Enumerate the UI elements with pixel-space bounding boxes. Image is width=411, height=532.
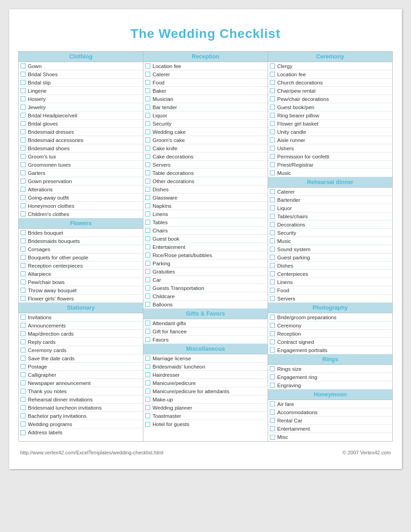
checkbox-icon[interactable] (21, 179, 26, 184)
checkbox-icon[interactable] (21, 137, 26, 142)
checkbox-icon[interactable] (270, 88, 275, 93)
checkbox-icon[interactable] (21, 203, 26, 208)
checkbox-icon[interactable] (21, 279, 26, 284)
checkbox-icon[interactable] (270, 279, 275, 284)
checkbox-icon[interactable] (145, 88, 150, 93)
checkbox-icon[interactable] (270, 205, 275, 211)
checkbox-icon[interactable] (145, 405, 150, 410)
checkbox-icon[interactable] (21, 195, 26, 200)
checkbox-icon[interactable] (21, 255, 26, 260)
checkbox-icon[interactable] (21, 211, 26, 216)
checkbox-icon[interactable] (145, 63, 150, 68)
checkbox-icon[interactable] (145, 277, 150, 282)
checkbox-icon[interactable] (145, 220, 150, 225)
checkbox-icon[interactable] (270, 238, 275, 243)
checkbox-icon[interactable] (145, 195, 150, 200)
checkbox-icon[interactable] (145, 129, 150, 134)
checkbox-icon[interactable] (21, 372, 26, 377)
checkbox-icon[interactable] (21, 296, 26, 301)
checkbox-icon[interactable] (21, 430, 26, 435)
checkbox-icon[interactable] (270, 129, 275, 134)
checkbox-icon[interactable] (145, 146, 150, 151)
checkbox-icon[interactable] (145, 261, 150, 266)
checkbox-icon[interactable] (21, 413, 26, 418)
checkbox-icon[interactable] (145, 294, 150, 299)
checkbox-icon[interactable] (145, 105, 150, 110)
checkbox-icon[interactable] (145, 389, 150, 394)
checkbox-icon[interactable] (21, 72, 26, 77)
checkbox-icon[interactable] (145, 72, 150, 77)
checkbox-icon[interactable] (270, 296, 275, 301)
checkbox-icon[interactable] (21, 105, 26, 110)
checkbox-icon[interactable] (270, 426, 275, 431)
checkbox-icon[interactable] (21, 113, 26, 118)
checkbox-icon[interactable] (270, 323, 275, 328)
checkbox-icon[interactable] (270, 247, 275, 252)
checkbox-icon[interactable] (270, 80, 275, 85)
checkbox-icon[interactable] (21, 154, 26, 159)
checkbox-icon[interactable] (21, 271, 26, 276)
checkbox-icon[interactable] (21, 170, 26, 175)
checkbox-icon[interactable] (270, 154, 275, 159)
checkbox-icon[interactable] (21, 63, 26, 68)
checkbox-icon[interactable] (21, 356, 26, 361)
checkbox-icon[interactable] (145, 162, 150, 167)
checkbox-icon[interactable] (270, 418, 275, 423)
checkbox-icon[interactable] (21, 364, 26, 369)
checkbox-icon[interactable] (21, 146, 26, 151)
checkbox-icon[interactable] (145, 228, 150, 233)
checkbox-icon[interactable] (145, 285, 150, 290)
checkbox-icon[interactable] (21, 121, 26, 126)
checkbox-icon[interactable] (145, 187, 150, 192)
checkbox-icon[interactable] (270, 146, 275, 151)
checkbox-icon[interactable] (145, 380, 150, 385)
checkbox-icon[interactable] (145, 337, 150, 342)
checkbox-icon[interactable] (21, 339, 26, 344)
checkbox-icon[interactable] (270, 189, 275, 194)
checkbox-icon[interactable] (270, 72, 275, 77)
checkbox-icon[interactable] (21, 187, 26, 192)
checkbox-icon[interactable] (21, 389, 26, 394)
checkbox-icon[interactable] (145, 253, 150, 258)
checkbox-icon[interactable] (270, 63, 275, 68)
checkbox-icon[interactable] (145, 80, 150, 85)
checkbox-icon[interactable] (145, 269, 150, 274)
checkbox-icon[interactable] (270, 271, 275, 276)
checkbox-icon[interactable] (270, 121, 275, 126)
checkbox-icon[interactable] (21, 380, 26, 385)
checkbox-icon[interactable] (145, 422, 150, 427)
checkbox-icon[interactable] (21, 247, 26, 252)
checkbox-icon[interactable] (145, 113, 150, 118)
checkbox-icon[interactable] (145, 364, 150, 369)
checkbox-icon[interactable] (21, 129, 26, 134)
checkbox-icon[interactable] (145, 244, 150, 249)
checkbox-icon[interactable] (270, 410, 275, 415)
checkbox-icon[interactable] (21, 88, 26, 93)
checkbox-icon[interactable] (145, 397, 150, 402)
checkbox-icon[interactable] (21, 80, 26, 85)
checkbox-icon[interactable] (270, 255, 275, 260)
checkbox-icon[interactable] (21, 96, 26, 101)
checkbox-icon[interactable] (270, 374, 275, 379)
checkbox-icon[interactable] (21, 238, 26, 243)
checkbox-icon[interactable] (270, 162, 275, 167)
checkbox-icon[interactable] (21, 263, 26, 268)
checkbox-icon[interactable] (145, 154, 150, 159)
checkbox-icon[interactable] (21, 162, 26, 167)
checkbox-icon[interactable] (21, 230, 26, 235)
checkbox-icon[interactable] (270, 105, 275, 110)
checkbox-icon[interactable] (145, 121, 150, 126)
checkbox-icon[interactable] (270, 401, 275, 406)
checkbox-icon[interactable] (21, 421, 26, 427)
checkbox-icon[interactable] (270, 288, 275, 293)
checkbox-icon[interactable] (270, 263, 275, 268)
checkbox-icon[interactable] (145, 170, 150, 175)
checkbox-icon[interactable] (270, 137, 275, 142)
checkbox-icon[interactable] (270, 366, 275, 371)
checkbox-icon[interactable] (21, 397, 26, 402)
checkbox-icon[interactable] (21, 331, 26, 336)
checkbox-icon[interactable] (145, 211, 150, 216)
checkbox-icon[interactable] (270, 214, 275, 219)
checkbox-icon[interactable] (145, 356, 150, 361)
checkbox-icon[interactable] (145, 321, 150, 326)
